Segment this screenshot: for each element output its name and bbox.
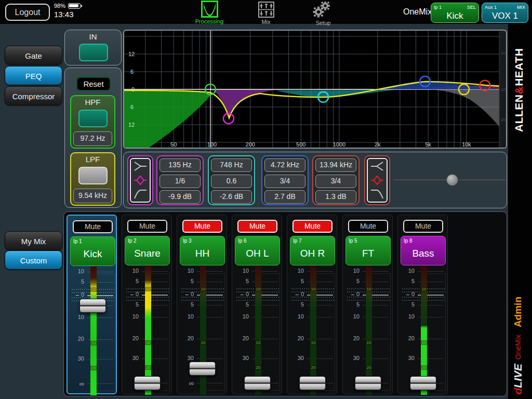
- fader-scale-label: 10: [287, 268, 304, 274]
- mute-button[interactable]: Mute: [292, 220, 332, 233]
- band4-width-value[interactable]: 3/4: [315, 175, 356, 188]
- meter-scale-label: 20: [255, 365, 261, 370]
- band2-width-value[interactable]: 0.6: [211, 175, 252, 188]
- band4-filter-type-button[interactable]: [364, 155, 390, 205]
- tab-processing[interactable]: Processing: [189, 1, 230, 24]
- in-label: IN: [65, 30, 121, 41]
- fader-knob[interactable]: [79, 299, 106, 313]
- fader-scale-label: 5: [398, 278, 415, 284]
- meter-scale-label: 20: [421, 365, 427, 370]
- channel-strip-oh-l[interactable]: MuteIp 6OH L105–05102030∞101020: [232, 215, 282, 394]
- y-axis-tick: 12: [128, 122, 135, 128]
- channel-strip-ft[interactable]: MuteIp 5FT105–05102030∞101020: [342, 215, 393, 394]
- hpf-label: HPF: [71, 96, 114, 107]
- logout-button[interactable]: Logout: [5, 4, 50, 21]
- hpf-panel: HPF 97.2 Hz: [70, 95, 115, 149]
- channel-ip-label: Ip 2: [128, 238, 137, 244]
- mute-button[interactable]: Mute: [73, 220, 113, 233]
- tab-setup[interactable]: Setup: [302, 1, 344, 26]
- graph-meter-tick: 20: [501, 117, 506, 122]
- meter-scale-label: 10: [200, 340, 206, 345]
- battery-percent: 98%: [54, 3, 65, 9]
- peq-in-toggle[interactable]: [79, 44, 108, 61]
- band1-filter-type-button[interactable]: [127, 155, 153, 205]
- selected-channel-button[interactable]: Ip 1 SEL Kick: [431, 3, 479, 23]
- fader-scale-label: 5: [177, 278, 194, 284]
- slider-knob[interactable]: [446, 174, 458, 186]
- fader-scale-label: 10: [232, 268, 249, 274]
- fader-knob[interactable]: [134, 376, 161, 390]
- channel-name-badge[interactable]: Ip 6OH L: [235, 236, 280, 265]
- fader-scale-label: 30: [398, 355, 415, 361]
- channel-strip-kick[interactable]: MuteIp 1Kick105–05102030∞101020: [66, 215, 117, 394]
- channel-name-badge[interactable]: Ip 2Snare: [125, 236, 170, 265]
- band1-frequency-value[interactable]: 135 Hz: [159, 158, 201, 172]
- sidebar-item-peq[interactable]: PEQ: [5, 66, 62, 85]
- meter-scale-label: 10: [145, 340, 151, 345]
- band3-gain-value[interactable]: 2.7 dB: [264, 190, 305, 204]
- channel-strip-bass[interactable]: MuteIp 8Bass105–05102030∞101020: [397, 215, 448, 394]
- channel-strip-snare[interactable]: MuteIp 2Snare105–05102030∞101020: [122, 215, 172, 394]
- fader-scale-label: 30: [232, 355, 249, 361]
- channel-name-badge[interactable]: Ip 8Bass: [401, 236, 446, 265]
- fader-knob[interactable]: [189, 362, 216, 376]
- band-gain-slider[interactable]: [394, 173, 506, 187]
- reset-button[interactable]: Reset: [76, 77, 111, 91]
- channel-ip-label: Ip 3: [183, 238, 192, 244]
- band4-frequency-value[interactable]: 13.94 kHz: [315, 158, 356, 172]
- band3-frequency-value[interactable]: 4.72 kHz: [264, 158, 305, 172]
- channel-name-badge[interactable]: Ip 7OH R: [290, 236, 335, 265]
- mix-master-button[interactable]: Aux 1 MIX VOX 1: [482, 3, 528, 23]
- tab-mix[interactable]: Mix: [245, 1, 287, 25]
- mute-button[interactable]: Mute: [403, 220, 443, 233]
- graph-meter-tick: 10: [501, 87, 506, 92]
- band3-width-value[interactable]: 3/4: [264, 175, 305, 188]
- fader-scale-label: 30: [287, 355, 304, 361]
- mute-button[interactable]: Mute: [237, 220, 277, 233]
- sidebar-item-gate[interactable]: Gate: [5, 46, 62, 65]
- fader-scale-label: ∞: [68, 380, 84, 388]
- channel-name-badge[interactable]: Ip 3HH: [180, 236, 225, 265]
- channel-name: OH L: [235, 248, 280, 259]
- eq-graph[interactable]: 101020 1260612 5010020050010002k5k10k: [123, 30, 507, 149]
- meter-scale-label: 10: [90, 341, 97, 345]
- mix-badge: MIX: [517, 5, 525, 10]
- band3-group: 4.72 kHz3/42.7 dB: [261, 155, 309, 205]
- hpf-toggle[interactable]: [78, 110, 108, 127]
- allen-heath-logo: ALLEN&HEATH: [513, 28, 525, 132]
- channel-name-badge[interactable]: Ip 5FT: [345, 236, 391, 265]
- band1-gain-value[interactable]: -9.9 dB: [159, 190, 201, 204]
- meter-scale-label: 10: [145, 287, 151, 291]
- sidebar-item-compressor[interactable]: Compressor: [5, 86, 62, 105]
- band2-gain-value[interactable]: -2.6 dB: [211, 190, 252, 204]
- channel-strip-hh[interactable]: MuteIp 3HH105–05102030∞101020: [177, 215, 227, 394]
- fader-scale-label: 5: [343, 278, 360, 284]
- onemix-label: OneMix: [403, 7, 432, 17]
- fader-knob[interactable]: [299, 376, 326, 390]
- fader-knob[interactable]: [244, 376, 271, 390]
- hpf-frequency-value[interactable]: 97.2 Hz: [73, 131, 112, 146]
- lpf-frequency-value[interactable]: 9.54 kHz: [73, 189, 112, 203]
- fader-scale-label: 10: [343, 268, 360, 274]
- dlive-onemix-admin-logo: dLIVE OneMix Admin: [512, 180, 524, 395]
- mute-button[interactable]: Mute: [348, 220, 388, 233]
- fader-knob[interactable]: [355, 376, 381, 390]
- band2-frequency-value[interactable]: 748 Hz: [211, 158, 252, 172]
- peq-band-controls: 135 Hz1/6-9.9 dB748 Hz0.6-2.6 dB4.72 kHz…: [123, 152, 507, 208]
- mute-button[interactable]: Mute: [127, 220, 167, 233]
- x-axis-tick: 2k: [375, 141, 381, 148]
- x-axis-tick: 200: [246, 141, 255, 148]
- hpf-slope-icon: [133, 188, 148, 201]
- lpf-toggle[interactable]: [78, 167, 108, 184]
- processing-icon: [201, 1, 218, 18]
- fader-knob[interactable]: [410, 376, 436, 390]
- channel-name-badge[interactable]: Ip 1Kick: [70, 236, 115, 266]
- fader-scale-label: 10: [177, 313, 194, 320]
- sidebar-item-my-mix[interactable]: My Mix: [5, 231, 62, 250]
- band4-gain-value[interactable]: 1.3 dB: [315, 190, 356, 204]
- sidebar-item-custom[interactable]: Custom: [5, 250, 62, 270]
- hpf-cut-fill: [124, 91, 211, 149]
- channel-strip-oh-r[interactable]: MuteIp 7OH R105–05102030∞101020: [287, 215, 337, 394]
- band1-width-value[interactable]: 1/6: [159, 175, 201, 188]
- mute-button[interactable]: Mute: [182, 220, 222, 233]
